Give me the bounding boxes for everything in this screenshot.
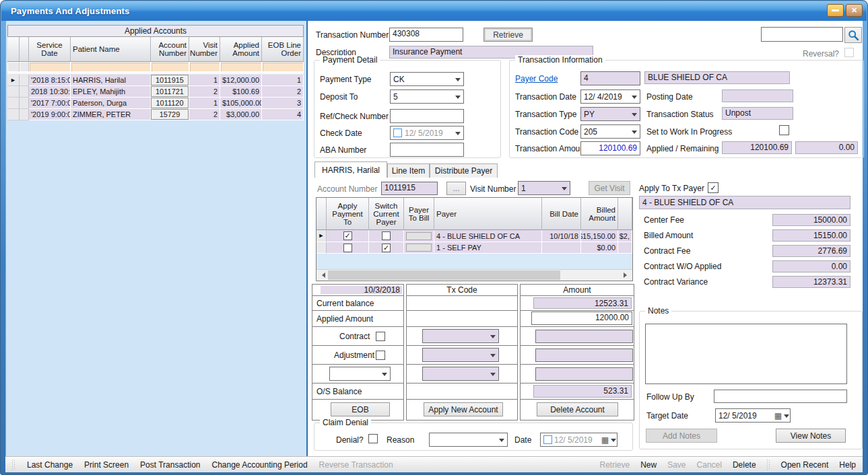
- col-payer-to-bill[interactable]: Payer To Bill: [404, 198, 434, 230]
- cell-visit-number[interactable]: 1: [189, 75, 220, 86]
- col-bill-date[interactable]: Bill Date: [542, 198, 581, 230]
- scrollbar-thumb[interactable]: [328, 270, 560, 280]
- adjustment-amount-field[interactable]: [535, 349, 633, 362]
- post-transaction-button[interactable]: Post Transaction: [140, 460, 200, 470]
- search-button[interactable]: [844, 27, 862, 43]
- applied-accounts-grid[interactable]: Service Date Patient Name Account Number…: [7, 37, 304, 120]
- filter-patient-name[interactable]: [71, 62, 151, 72]
- target-date-picker[interactable]: 12/ 5/2019 ▦: [715, 408, 791, 423]
- col-switch-current-payer[interactable]: Switch Current Payer: [369, 198, 404, 230]
- denial-reason-select[interactable]: [429, 433, 508, 447]
- filter-service-date[interactable]: [29, 62, 71, 72]
- cell-applied-amount[interactable]: $12,000.00: [220, 75, 262, 86]
- payer-grid[interactable]: Apply Payment To Switch Current Payer Pa…: [316, 197, 633, 281]
- eob-button[interactable]: EOB: [331, 402, 390, 416]
- col-visit-number[interactable]: Visit Number: [189, 37, 220, 62]
- adjustment-txcode-select[interactable]: [422, 348, 499, 362]
- transaction-date-picker[interactable]: 12/ 4/2019: [580, 89, 640, 104]
- tab-distribute-payer[interactable]: Distribute Payer: [430, 163, 498, 178]
- cell-eob-line-order[interactable]: 3: [262, 98, 304, 109]
- adjustment-checkbox[interactable]: [376, 351, 385, 360]
- cell-patient-name[interactable]: ZIMMER, PETER: [71, 109, 151, 120]
- account-number-field[interactable]: 1011915: [381, 182, 438, 195]
- filter-applied-amount[interactable]: [220, 62, 262, 72]
- payer-grid-hscrollbar[interactable]: [316, 269, 632, 281]
- reversal-checkbox[interactable]: [844, 48, 854, 57]
- bill-date-cell[interactable]: 10/10/18: [542, 230, 581, 242]
- row-selector[interactable]: ►: [7, 75, 20, 86]
- payer-code-field[interactable]: 4: [580, 71, 640, 85]
- retrieve-button[interactable]: Retrieve: [483, 28, 533, 42]
- scroll-left-icon[interactable]: [316, 270, 328, 281]
- col-service-date[interactable]: Service Date: [29, 37, 71, 62]
- contract-checkbox[interactable]: [376, 332, 385, 341]
- switch-payer-checkbox[interactable]: [382, 231, 391, 240]
- check-date-checkbox[interactable]: [393, 129, 402, 137]
- apply-payment-checkbox-cell[interactable]: [327, 242, 369, 254]
- cell-applied-amount[interactable]: $100.69: [220, 86, 262, 98]
- cell-visit-number[interactable]: 2: [189, 86, 220, 98]
- retrieve-status-button[interactable]: Retrieve: [599, 460, 630, 470]
- bill-date-cell[interactable]: [542, 242, 581, 254]
- applied-amount-field[interactable]: 12000.00: [531, 312, 632, 325]
- denial-date-picker[interactable]: 12/ 5/2019 ▦: [540, 433, 617, 447]
- last-change-button[interactable]: Last Change: [27, 460, 73, 470]
- tab-line-item[interactable]: Line Item: [387, 163, 430, 178]
- view-notes-button[interactable]: View Notes: [776, 429, 846, 443]
- payer-row-selector[interactable]: [316, 242, 327, 254]
- cell-account-number[interactable]: 1011721: [151, 86, 189, 98]
- cell-account-number[interactable]: 15729: [151, 109, 189, 120]
- follow-up-by-input[interactable]: [714, 390, 847, 403]
- apply-payment-checkbox[interactable]: [343, 231, 352, 240]
- extra-amount-field[interactable]: [535, 367, 633, 381]
- help-button[interactable]: Help: [839, 460, 856, 470]
- check-date-picker[interactable]: 12/ 5/2019: [390, 126, 464, 140]
- set-wip-checkbox[interactable]: [779, 125, 789, 135]
- payer-code-link[interactable]: Payer Code: [515, 74, 558, 83]
- cell-patient-name[interactable]: HARRIS, Harilal: [71, 75, 151, 86]
- billed-amount-cell[interactable]: $0.00: [581, 242, 618, 254]
- cell-applied-amount[interactable]: $105,000.00: [220, 98, 262, 109]
- notes-textarea[interactable]: [645, 324, 847, 384]
- cell-visit-number[interactable]: 1: [189, 98, 220, 109]
- row-selector[interactable]: [7, 109, 20, 120]
- cell-account-number[interactable]: 1011120: [151, 98, 189, 109]
- scroll-right-icon[interactable]: [621, 270, 632, 281]
- visit-number-select[interactable]: 1: [518, 181, 570, 195]
- transaction-code-select[interactable]: 205: [580, 124, 640, 139]
- contract-txcode-select[interactable]: [422, 329, 499, 343]
- aba-number-field[interactable]: [390, 143, 464, 157]
- cell-service-date[interactable]: '2018 8:15:0: [29, 75, 71, 86]
- filter-eob-line-order[interactable]: [262, 62, 304, 72]
- row-selector[interactable]: [7, 86, 20, 98]
- close-icon[interactable]: [846, 4, 863, 17]
- get-visit-button[interactable]: Get Visit: [589, 181, 630, 195]
- cell-account-number[interactable]: 1011915: [151, 75, 189, 86]
- account-browse-button[interactable]: ...: [446, 182, 466, 195]
- save-button[interactable]: Save: [667, 460, 686, 470]
- cell-service-date[interactable]: 2018 10:30:0: [29, 86, 71, 98]
- cell-eob-line-order[interactable]: 4: [262, 109, 304, 120]
- col-eob-line-order[interactable]: EOB Line Order: [262, 37, 304, 62]
- cell-patient-name[interactable]: EPLEY, Mahijith: [71, 86, 151, 98]
- apply-to-tx-payer-checkbox[interactable]: [708, 182, 719, 193]
- billed-amount-cell[interactable]: $15,150.00: [581, 230, 618, 242]
- denial-checkbox[interactable]: [368, 434, 378, 443]
- add-notes-button[interactable]: Add Notes: [646, 429, 717, 443]
- col-account-number[interactable]: Account Number: [151, 37, 189, 62]
- search-input[interactable]: [761, 27, 843, 42]
- deposit-to-select[interactable]: 5: [390, 89, 464, 104]
- cell-visit-number[interactable]: 2: [189, 109, 220, 120]
- col-applied-amount[interactable]: Applied Amount: [220, 37, 262, 62]
- change-accounting-period-button[interactable]: Change Accounting Period: [211, 460, 307, 470]
- denial-date-checkbox[interactable]: [543, 435, 552, 444]
- cell-applied-amount[interactable]: $3,000.00: [220, 109, 262, 120]
- col-apply-payment-to[interactable]: Apply Payment To: [327, 198, 369, 230]
- print-screen-button[interactable]: Print Screen: [84, 460, 129, 470]
- cancel-button[interactable]: Cancel: [697, 460, 722, 470]
- titlebar[interactable]: Payments And Adjustments: [1, 1, 867, 21]
- transaction-amount-field[interactable]: 120100.69: [580, 141, 640, 155]
- extra-txcode-select[interactable]: [422, 367, 499, 381]
- apply-payment-checkbox-cell[interactable]: [327, 230, 369, 242]
- col-payer[interactable]: Payer: [434, 198, 542, 230]
